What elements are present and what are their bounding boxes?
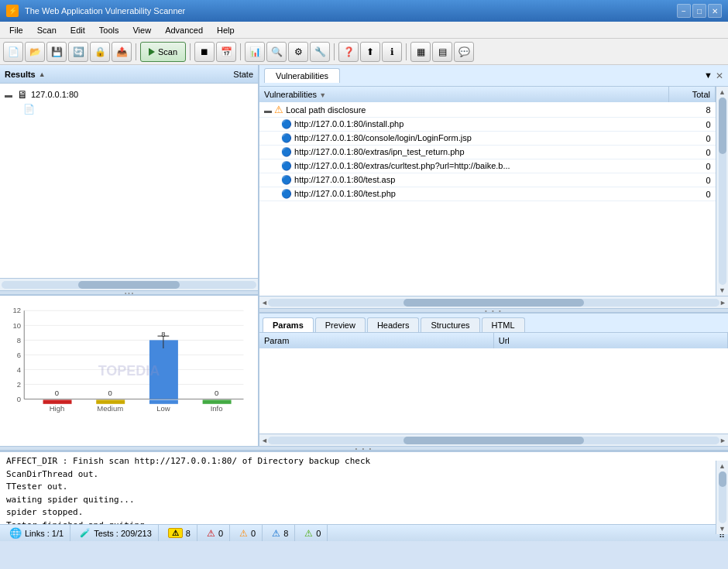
menu-bar: File Scan Edit Tools View Advanced Help: [0, 22, 728, 39]
detail-scroll-left[interactable]: ◄: [261, 437, 268, 444]
tab-preview[interactable]: Preview: [315, 317, 366, 332]
svg-text:0: 0: [55, 389, 59, 397]
vuln-url-4: http://127.0.0.1:80/test.asp: [294, 175, 395, 184]
log-v-thumb[interactable]: [719, 471, 726, 487]
vuln-total-2: 0: [669, 146, 716, 159]
v-scroll-track[interactable]: [719, 98, 726, 285]
detail-scroll-right[interactable]: ►: [719, 437, 726, 444]
vuln-item-row-5[interactable]: 🔵 http://127.0.0.1:80/test.php 0: [259, 187, 716, 201]
tab-headers[interactable]: Headers: [367, 317, 420, 332]
title-bar-controls[interactable]: − □ ✕: [677, 4, 722, 18]
menu-scan[interactable]: Scan: [31, 24, 63, 36]
toolbar-stop-btn[interactable]: ⏹: [194, 42, 215, 62]
scroll-down-btn[interactable]: ▼: [719, 286, 726, 294]
v-scroll-thumb[interactable]: [719, 98, 726, 154]
scan-label: Scan: [158, 47, 177, 57]
left-h-scroll-thumb[interactable]: [78, 281, 180, 289]
svg-text:4: 4: [17, 365, 21, 374]
toolbar-schedule-btn[interactable]: 📅: [216, 42, 236, 62]
tab-params[interactable]: Params: [263, 317, 314, 332]
toolbar-layout1-btn[interactable]: ▦: [410, 42, 431, 62]
links-label: Links : 1/1: [25, 529, 64, 538]
menu-advanced[interactable]: Advanced: [159, 24, 209, 36]
detail-h-scroll-track[interactable]: [268, 437, 719, 444]
toolbar-refresh-btn[interactable]: 🔄: [68, 42, 88, 62]
toolbar-compare-btn[interactable]: 🔍: [266, 42, 287, 62]
detail-h-scrollbar[interactable]: ◄ ►: [259, 434, 728, 446]
vuln-table-section: Vulnerabilities ▼ Total ▬ ⚠ Loc: [259, 87, 728, 296]
minimize-button[interactable]: −: [677, 4, 691, 18]
tab-structures[interactable]: Structures: [421, 317, 479, 332]
menu-file[interactable]: File: [3, 24, 29, 36]
log-v-track[interactable]: [719, 471, 726, 523]
panel-down-arrow[interactable]: ▼: [704, 70, 713, 81]
toolbar-settings-btn[interactable]: ⚙: [288, 42, 308, 62]
toolbar-help-btn[interactable]: ❓: [338, 42, 359, 62]
vuln-col-header[interactable]: Vulnerabilities ▼: [259, 87, 669, 102]
results-label: Results: [5, 70, 36, 79]
group-expand-btn[interactable]: ▬: [264, 106, 272, 115]
scroll-up-btn[interactable]: ▲: [719, 88, 726, 96]
status-badge-2: ⚠ 0: [201, 525, 230, 541]
toolbar-layout2-btn[interactable]: ▤: [432, 42, 452, 62]
toolbar-lock-btn[interactable]: 🔒: [90, 42, 110, 62]
svg-text:6: 6: [17, 351, 21, 359]
svg-rect-18: [43, 400, 72, 404]
badge-red-icon: ⚠: [207, 528, 215, 539]
toolbar-report-btn[interactable]: 📊: [245, 42, 265, 62]
svg-text:0: 0: [17, 395, 21, 403]
status-badge-3: ⚠ 0: [233, 525, 263, 541]
menu-tools[interactable]: Tools: [93, 24, 125, 36]
toolbar-tools2-btn[interactable]: 🔧: [310, 42, 330, 62]
close-button[interactable]: ✕: [708, 4, 722, 18]
vuln-h-scroll-track[interactable]: [268, 299, 719, 307]
detail-h-scroll-thumb[interactable]: [403, 437, 584, 444]
panel-close-btn[interactable]: ✕: [716, 70, 723, 81]
scroll-left-btn[interactable]: ◄: [261, 299, 268, 307]
toolbar-new-btn[interactable]: 📄: [3, 42, 23, 62]
item-icon-4: 🔵: [281, 175, 292, 184]
vuln-group-row[interactable]: ▬ ⚠ Local path disclosure 8: [259, 102, 716, 118]
vulnerabilities-tab[interactable]: Vulnerabilities: [264, 68, 340, 83]
tests-label: Tests : 209/213: [94, 529, 152, 538]
tab-html[interactable]: HTML: [482, 317, 525, 332]
toolbar-update-btn[interactable]: ⬆: [360, 42, 380, 62]
badge-count-5: 0: [316, 529, 321, 538]
vuln-item-row-3[interactable]: 🔵 http://127.0.0.1:80/extras/curltest.ph…: [259, 159, 716, 173]
vuln-item-row-4[interactable]: 🔵 http://127.0.0.1:80/test.asp 0: [259, 173, 716, 187]
vuln-item-row-0[interactable]: 🔵 http://127.0.0.1:80/install.php 0: [259, 118, 716, 132]
item-icon-5: 🔵: [281, 189, 292, 198]
badge-count-4: 8: [283, 529, 288, 538]
tree-expand-icon[interactable]: ▬: [5, 91, 14, 99]
scan-button[interactable]: Scan: [140, 42, 186, 62]
vuln-h-scroll-thumb[interactable]: [403, 299, 584, 307]
toolbar-info-btn[interactable]: ℹ: [382, 42, 402, 62]
total-col-header[interactable]: Total: [669, 87, 716, 102]
vuln-item-row-2[interactable]: 🔵 http://127.0.0.1:80/extras/ipn_test_re…: [259, 146, 716, 159]
vuln-item-row-1[interactable]: 🔵 http://127.0.0.1:80/console/login/Logi…: [259, 132, 716, 146]
log-line-0: AFFECT_DIR : Finish scan http://127.0.0.…: [6, 455, 722, 468]
left-h-scroll-track[interactable]: [2, 281, 256, 289]
bar-chart: 12 10 8 6 4 2 0 0: [6, 302, 252, 440]
left-h-scrollbar[interactable]: [0, 278, 258, 290]
log-scroll-down[interactable]: ▼: [719, 525, 726, 533]
menu-view[interactable]: View: [126, 24, 157, 36]
svg-text:8: 8: [17, 336, 21, 344]
menu-edit[interactable]: Edit: [64, 24, 91, 36]
toolbar-comment-btn[interactable]: 💬: [454, 42, 474, 62]
log-resize-dots: • • •: [355, 445, 373, 452]
toolbar-export-btn[interactable]: 📤: [112, 42, 132, 62]
sort-icon[interactable]: ▲: [39, 70, 46, 78]
log-v-scrollbar[interactable]: ▲ ▼: [716, 461, 728, 534]
tree-child-item[interactable]: 📄: [22, 102, 255, 116]
log-scroll-up[interactable]: ▲: [719, 462, 726, 470]
menu-help[interactable]: Help: [211, 24, 241, 36]
scroll-right-btn[interactable]: ►: [719, 299, 726, 307]
toolbar-save-btn[interactable]: 💾: [46, 42, 67, 62]
toolbar-open-btn[interactable]: 📂: [25, 42, 45, 62]
tree-host-item[interactable]: ▬ 🖥 127.0.0.1:80: [3, 87, 255, 102]
vuln-v-scrollbar[interactable]: ▲ ▼: [716, 87, 728, 296]
maximize-button[interactable]: □: [692, 4, 706, 18]
svg-rect-27: [203, 400, 232, 404]
svg-rect-24: [149, 400, 178, 404]
